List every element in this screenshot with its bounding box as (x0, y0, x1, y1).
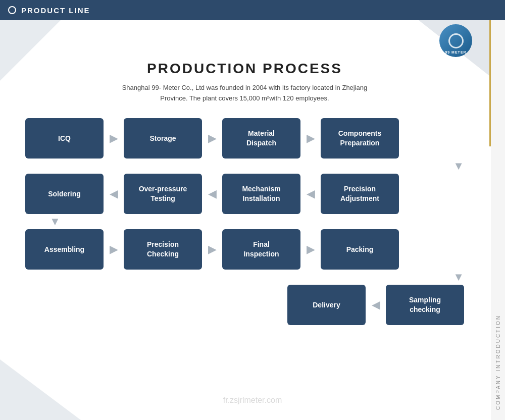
process-row-4: Delivery ◀ Sampling checking (25, 285, 464, 325)
arrow-down-icon-1: ▼ (453, 161, 464, 172)
down-arrow-row3: ▼ (25, 272, 464, 283)
process-container: ICQ ▶ Storage ▶ Material Dispatch ▶ Comp… (15, 118, 474, 325)
arrow-right-2: ▶ (202, 133, 222, 143)
process-row-3: Assembling ▶ Precision Checking ▶ Final … (25, 229, 464, 270)
arrow-down-icon-2: ▼ (49, 216, 61, 227)
arrow-right-3: ▶ (300, 133, 321, 143)
process-box-material-dispatch: Material Dispatch (222, 118, 300, 159)
process-row-1: ICQ ▶ Storage ▶ Material Dispatch ▶ Comp… (25, 118, 464, 159)
arrow-left-4: ◀ (366, 300, 386, 310)
side-text: COMPANY INTRODUCTION (495, 314, 501, 410)
arrow-left-3: ◀ (300, 189, 321, 199)
process-box-packing: Packing (321, 229, 399, 270)
side-stripe-gold (489, 20, 491, 146)
process-box-precision-adjustment: Precision Adjustment (321, 174, 399, 214)
process-box-icq: ICQ (25, 118, 104, 159)
process-box-delivery: Delivery (287, 285, 366, 325)
process-box-storage: Storage (124, 118, 202, 159)
process-box-soldering: Soldering (25, 174, 104, 214)
process-box-final-inspection: Final Inspection (222, 229, 300, 270)
arrow-left-1: ◀ (104, 189, 124, 199)
process-box-precision-checking: Precision Checking (124, 229, 202, 270)
arrow-right-4: ▶ (104, 244, 124, 254)
header-title: PRODUCT LINE (21, 6, 90, 15)
arrow-left-2: ◀ (202, 189, 222, 199)
header-bar: PRODUCT LINE (0, 0, 505, 20)
subtitle-line2: Province. The plant covers 15,000 m²with… (160, 94, 329, 102)
page-title: PRODUCTION PROCESS (15, 61, 474, 77)
arrow-down-icon-3: ▼ (453, 272, 464, 283)
process-box-mechanism-installation: Mechanism Installation (222, 174, 300, 214)
arrow-right-1: ▶ (104, 133, 124, 143)
process-box-overpressure: Over-pressure Testing (124, 174, 202, 214)
down-arrow-row2: ▼ (49, 216, 464, 227)
arrow-right-6: ▶ (300, 244, 321, 254)
page-subtitle: Shanghai 99- Meter Co., Ltd was founded … (15, 83, 474, 104)
down-arrow-row1: ▼ (25, 161, 464, 172)
side-stripe: COMPANY INTRODUCTION (491, 20, 505, 420)
process-box-sampling-checking: Sampling checking (386, 285, 464, 325)
process-box-components-preparation: Components Preparation (321, 118, 399, 159)
header-circle-icon (8, 6, 16, 14)
process-row-2: Soldering ◀ Over-pressure Testing ◀ Mech… (25, 174, 464, 214)
main-content: PRODUCTION PROCESS Shanghai 99- Meter Co… (0, 20, 489, 420)
arrow-right-5: ▶ (202, 244, 222, 254)
subtitle-line1: Shanghai 99- Meter Co., Ltd was founded … (122, 84, 368, 91)
process-box-assembling: Assembling (25, 229, 104, 270)
